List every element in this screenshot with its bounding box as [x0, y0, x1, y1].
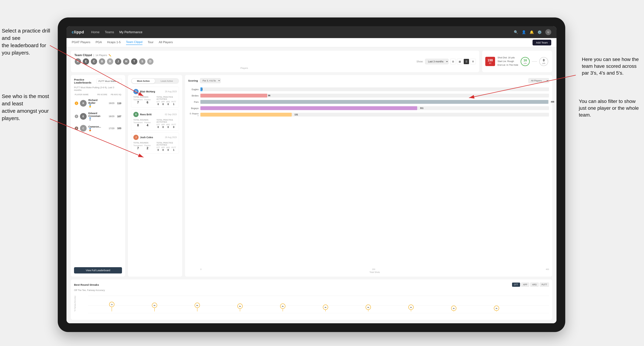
pac-avatar-2: R — [133, 112, 138, 117]
bell-icon[interactable]: 🔔 — [530, 30, 534, 34]
chart-axis-400: 400 — [546, 268, 549, 270]
lb-player-name-1: Richard Butler — [88, 99, 105, 104]
pac-avatar-3: J — [133, 135, 138, 140]
view-full-leaderboard-button[interactable]: View Full Leaderboard — [74, 267, 122, 274]
lb-rank-3: 3 — [75, 127, 78, 130]
player-activity-card-3: J Josh Coles 26 Aug 2023 Total Rounds To… — [131, 133, 179, 154]
pac-ott-1: OTT 0 — [156, 101, 160, 106]
chart-label-birdies: Birdies — [188, 94, 198, 97]
drill-select[interactable]: PUTT Must Make Putting ▾ — [96, 79, 122, 84]
scoring-title: Scoring — [188, 79, 198, 82]
settings-icon[interactable]: ⚙️ — [538, 30, 542, 34]
shot-dist: Shot Dist: 16 yds — [498, 56, 518, 60]
grid2-view-icon[interactable]: ▦ — [457, 59, 462, 64]
player-avatar-1: R — [74, 58, 82, 65]
lb-row: 3 C Cameron... 🥉 17/20 103 — [74, 123, 122, 133]
pac-practice-activities-1: Total Practice Activities OTT 0 APP 0 — [156, 96, 177, 106]
streaks-chart: % Fairway Accuracy 7x 6x — [74, 294, 549, 317]
shot-end: End Lie: In The Hole — [498, 63, 518, 67]
scoring-players-filter[interactable]: All Players Blair McHarg Rees Britt Josh… — [528, 78, 549, 83]
svg-text:7x: 7x — [111, 304, 113, 306]
tablet-frame: clippd Home Teams My Performance 🔍 👤 🔔 ⚙… — [58, 17, 565, 332]
subnav-hcaps[interactable]: Hcaps 1-5 — [107, 40, 120, 45]
subnav-allplayers[interactable]: All Players — [159, 40, 173, 45]
streaks-filter-btns: OTT APP ARG PUTT — [512, 283, 549, 287]
scoring-bar-chart: Eagles 3 Birdies 96 — [188, 86, 549, 267]
player-activity-card-2: R Rees Britt 02 Sep 2023 Total Rounds To… — [131, 110, 179, 131]
streaks-section: Best Round Streaks OTT APP ARG PUTT Off … — [71, 279, 552, 320]
svg-text:6x: 6x — [196, 305, 198, 306]
player-avatar-9: S — [139, 58, 146, 65]
shot-info-card: 198 SC Shot Dist: 16 yds Start Lie: Roug… — [482, 51, 552, 72]
lb-avg-1: 110 — [117, 102, 121, 105]
subnav-teamclippd[interactable]: Team Clippd — [126, 40, 142, 45]
add-team-button[interactable]: Add Team — [532, 40, 551, 45]
leaderboard-title: Practice Leaderboards — [74, 78, 96, 84]
least-active-toggle[interactable]: Least Active — [155, 79, 178, 83]
person-icon[interactable]: 👤 — [522, 30, 526, 34]
lb-avg-3: 103 — [117, 127, 121, 130]
streaks-filter-app[interactable]: APP — [521, 283, 529, 287]
pac-rounds-label-1: Total Rounds — [133, 96, 154, 98]
chart-label-dbogeys: D. Bogeys + — [188, 113, 198, 117]
streaks-filter-putt[interactable]: PUTT — [540, 283, 549, 287]
chart-axis-200: 200 — [372, 268, 375, 270]
pac-practice-3: Practice 2 — [144, 145, 151, 150]
lb-avatar-1: R — [80, 100, 86, 107]
streaks-filter-ott[interactable]: OTT — [512, 283, 520, 287]
nav-link-home[interactable]: Home — [91, 30, 100, 35]
search-icon[interactable]: 🔍 — [514, 30, 518, 34]
pac-putt-3: PUTT 1 — [172, 147, 176, 151]
pac-putt-1: PUTT 1 — [172, 101, 176, 106]
subnav-tour[interactable]: Tour — [148, 40, 154, 45]
sort-icon[interactable]: ⬍ — [470, 59, 476, 64]
chart-bar-pars — [200, 100, 548, 104]
subnav-pgat[interactable]: PGAT Players — [72, 40, 90, 45]
players-label: Players — [74, 67, 414, 69]
show-select[interactable]: Last 3 months Last 6 months Last year — [425, 59, 448, 64]
pac-rounds-1: Total Rounds Tournament 7 Practice 6 — [133, 96, 154, 106]
player-avatar-6: J — [114, 58, 122, 65]
player-avatar-4: B — [98, 58, 106, 65]
bottom-section: Practice Leaderboards PUTT Must Make Put… — [71, 75, 552, 277]
user-avatar[interactable]: U — [545, 29, 551, 35]
pac-rounds-label-3: Total Rounds — [133, 142, 154, 144]
annotation-top-right: Here you can see how theteam have scored… — [582, 56, 639, 77]
chart-label-bogeys: Bogeys — [188, 107, 198, 110]
shot-badge-sub: SC — [487, 62, 493, 64]
scoring-panel: Scoring Par 3, 4 & 5s Par 3s Par 4s Par … — [185, 75, 552, 277]
grid-view-icon[interactable]: ⊞ — [450, 59, 456, 64]
list-view-icon[interactable]: ☰ — [464, 59, 469, 64]
shot-details: Shot Dist: 16 yds Start Lie: Rough End L… — [498, 56, 518, 67]
lb-table-header: PLAYER NAME PB SCORE PB AVG SQ — [74, 93, 122, 96]
lb-row: 1 R Richard Butler 🥇 19/20 110 — [74, 97, 122, 109]
chart-axis-title: Total Shots — [188, 271, 549, 274]
pac-practice-label-1: Total Practice Activities — [156, 96, 177, 100]
pac-putt-2: PUTT 0 — [172, 124, 176, 128]
view-icons: ⊞ ▦ ☰ ⬍ — [450, 59, 476, 64]
leaderboard-panel: Practice Leaderboards PUTT Must Make Put… — [71, 75, 125, 277]
nav-link-teams[interactable]: Teams — [105, 30, 114, 35]
most-active-toggle[interactable]: Most Active — [132, 79, 155, 83]
shot-start: Start Lie: Rough — [498, 60, 518, 63]
lb-player-name-3: Cameron... — [88, 125, 101, 128]
dist-circle-1: 16 yds — [520, 57, 530, 66]
streaks-filter-arg[interactable]: ARG — [530, 283, 539, 287]
svg-text:4x: 4x — [410, 307, 412, 308]
pac-app-1: APP 0 — [161, 101, 165, 106]
pac-rounds-2: Total Rounds Tournament 8 Practice 4 — [133, 119, 154, 128]
annotation-bottom-right: You can also filter to showjust one play… — [579, 98, 639, 119]
pac-name-2: Rees Britt — [140, 113, 152, 116]
scoring-par-filter[interactable]: Par 3, 4 & 5s Par 3s Par 4s Par 5s — [200, 78, 221, 83]
lb-rank-1: 1 — [75, 102, 78, 105]
team-info-card: Team Clippd | 14 Players ✏️ R E C B R J — [71, 51, 479, 72]
pac-stats-3: Total Rounds Tournament 7 Practice 2 — [133, 142, 177, 151]
subnav-pga[interactable]: PGA — [96, 40, 102, 45]
chart-bar-container-dbogeys: 131 — [200, 113, 549, 117]
nav-links: Home Teams My Performance — [91, 30, 514, 35]
team-count: | — [94, 54, 94, 57]
edit-icon[interactable]: ✏️ — [108, 54, 111, 57]
pac-header-3: J Josh Coles 26 Aug 2023 — [133, 135, 177, 140]
pac-app-2: APP 0 — [161, 124, 165, 128]
nav-link-myperformance[interactable]: My Performance — [119, 30, 142, 35]
